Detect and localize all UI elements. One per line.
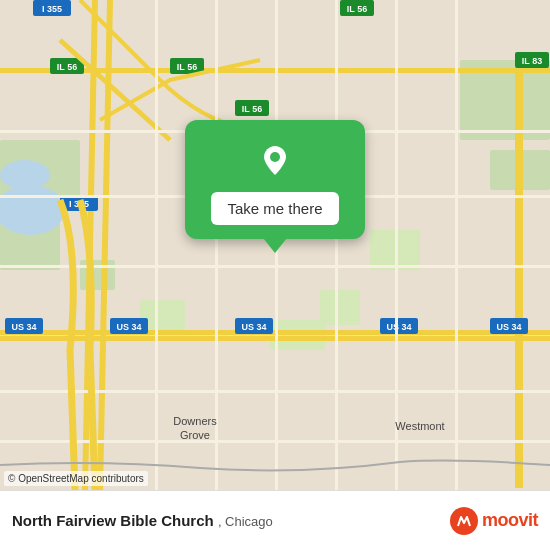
svg-rect-9	[80, 260, 115, 290]
svg-rect-42	[455, 0, 458, 490]
osm-attribution: © OpenStreetMap contributors	[4, 471, 148, 486]
svg-rect-6	[320, 290, 360, 325]
place-city-text: Chicago	[225, 514, 273, 529]
popup-card: Take me there	[185, 120, 365, 239]
svg-text:I 355: I 355	[42, 4, 62, 14]
svg-text:Downers: Downers	[173, 415, 217, 427]
svg-text:US 34: US 34	[11, 322, 36, 332]
moovit-logo: moovit	[450, 507, 538, 535]
moovit-icon	[450, 507, 478, 535]
svg-text:US 34: US 34	[386, 322, 411, 332]
place-info: North Fairview Bible Church , Chicago	[12, 512, 273, 529]
svg-text:IL 56: IL 56	[177, 62, 197, 72]
svg-rect-45	[0, 265, 550, 268]
place-name: North Fairview Bible Church , Chicago	[12, 512, 273, 529]
svg-rect-37	[155, 0, 158, 490]
bottom-bar: North Fairview Bible Church , Chicago mo…	[0, 490, 550, 550]
svg-text:US 34: US 34	[241, 322, 266, 332]
svg-rect-40	[335, 0, 338, 490]
svg-text:Grove: Grove	[180, 429, 210, 441]
svg-text:IL 83: IL 83	[522, 56, 542, 66]
place-name-text: North Fairview Bible Church	[12, 512, 214, 529]
svg-text:IL 56: IL 56	[242, 104, 262, 114]
moovit-label: moovit	[482, 510, 538, 531]
map-container: I 355 IL 56 IL 56 IL 56 IL 83 US 34 US 3…	[0, 0, 550, 490]
svg-rect-47	[0, 440, 550, 443]
svg-text:Westmont: Westmont	[395, 420, 444, 432]
svg-point-11	[0, 160, 50, 190]
svg-text:IL 56: IL 56	[57, 62, 77, 72]
take-me-there-button[interactable]: Take me there	[211, 192, 338, 225]
svg-text:IL 56: IL 56	[347, 4, 367, 14]
svg-text:US 34: US 34	[496, 322, 521, 332]
svg-rect-46	[0, 390, 550, 393]
svg-rect-41	[395, 0, 398, 490]
svg-point-56	[270, 152, 280, 162]
svg-text:US 34: US 34	[116, 322, 141, 332]
location-pin-icon	[253, 138, 297, 182]
